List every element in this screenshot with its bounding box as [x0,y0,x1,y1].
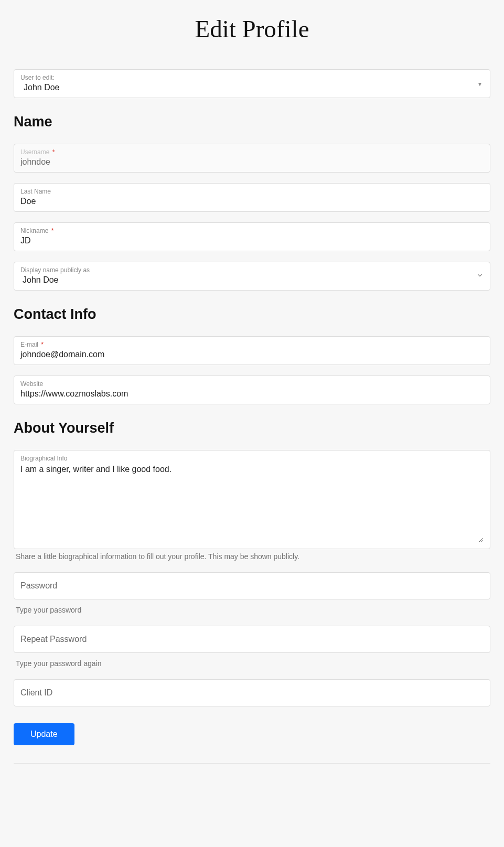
username-input [20,157,484,167]
nickname-field-wrap: Nickname * [14,222,490,251]
email-input[interactable] [20,350,484,359]
page-title: Edit Profile [14,15,490,43]
last-name-input[interactable] [20,197,484,206]
website-label: Website [20,380,484,388]
section-contact-heading: Contact Info [14,306,490,323]
display-name-label: Display name publicly as [20,266,484,274]
divider [14,763,490,764]
bio-field-wrap: Biographical Info [14,450,490,549]
last-name-label: Last Name [20,188,484,195]
display-name-select[interactable]: Display name publicly as John Doe [14,262,490,291]
email-label: E-mail * [20,341,484,348]
required-marker: * [41,341,44,348]
website-input[interactable] [20,389,484,399]
section-name-heading: Name [14,114,490,130]
email-field-wrap: E-mail * [14,336,490,365]
user-select[interactable]: User to edit: John Doe ▼ [14,69,490,98]
display-name-value: John Doe [20,275,484,285]
section-about-heading: About Yourself [14,420,490,436]
nickname-label-text: Nickname [20,227,48,234]
password-help-text: Type your password [16,606,490,614]
username-label: Username * [20,148,484,156]
nickname-input[interactable] [20,236,484,245]
user-select-value: John Doe [20,83,484,92]
website-field-wrap: Website [14,376,490,404]
user-select-label: User to edit: [20,74,484,81]
repeat-password-help-text: Type your password again [16,659,490,668]
update-button[interactable]: Update [14,723,74,745]
required-marker: * [51,227,54,234]
client-id-input[interactable] [14,679,490,706]
required-marker: * [52,148,55,156]
bio-textarea[interactable] [20,464,484,542]
repeat-password-input[interactable] [14,626,490,653]
password-input[interactable] [14,572,490,599]
email-label-text: E-mail [20,341,38,348]
bio-help-text: Share a little biographical information … [16,552,490,561]
username-field-wrap: Username * [14,144,490,173]
username-label-text: Username [20,148,49,156]
bio-label: Biographical Info [20,455,484,462]
last-name-field-wrap: Last Name [14,183,490,212]
nickname-label: Nickname * [20,227,484,234]
